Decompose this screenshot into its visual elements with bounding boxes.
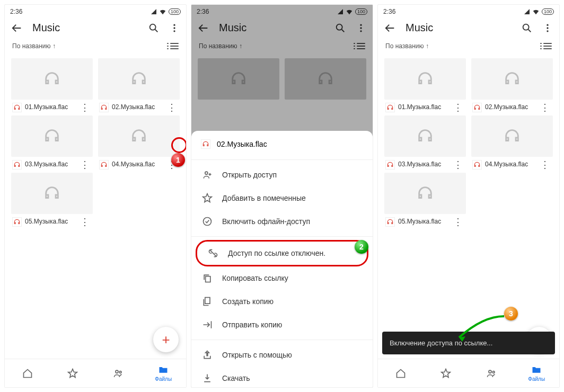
sheet-offline[interactable]: Включить офлайн-доступ [191, 210, 373, 233]
back-icon[interactable] [384, 22, 396, 34]
sheet-item-label: Открыть доступ [222, 171, 277, 179]
battery-indicator: 100 [169, 8, 181, 15]
file-tile[interactable]: 03.Музыка.flac⋮ [11, 115, 93, 170]
audio-badge-icon [99, 160, 109, 170]
audio-badge-icon [12, 103, 22, 112]
file-tile[interactable]: 01.Музыка.flac⋮ [384, 58, 466, 112]
annotation-callout-1: 1 [171, 153, 185, 167]
file-tile[interactable]: 04.Музыка.flac⋮ [98, 115, 180, 170]
file-tile[interactable]: 01.Музыка.flac⋮ [11, 58, 93, 112]
divider [191, 236, 373, 237]
sheet-item-label: Создать копию [222, 297, 274, 306]
nav-files[interactable]: Файлы [514, 359, 560, 387]
nav-starred[interactable] [50, 359, 96, 387]
svg-point-1 [173, 24, 175, 25]
person-add-icon [202, 170, 213, 180]
file-tile[interactable]: 05.Музыка.flac⋮ [384, 173, 466, 227]
audio-badge-icon [385, 160, 395, 170]
svg-point-0 [150, 24, 156, 30]
fab-new[interactable]: + [153, 327, 179, 352]
sheet-download[interactable]: Скачать [191, 367, 373, 387]
file-thumb [98, 58, 180, 100]
file-more-icon[interactable]: ⋮ [451, 160, 465, 170]
headphones-icon [503, 127, 521, 145]
file-name: 01.Музыка.flac [25, 104, 75, 111]
search-icon[interactable] [521, 22, 533, 34]
svg-point-4 [116, 370, 118, 373]
sheet-header: 02.Музыка.flac [191, 131, 373, 156]
headphones-icon [43, 70, 61, 88]
back-icon[interactable] [11, 22, 23, 34]
svg-point-10 [205, 172, 208, 174]
bottom-nav: Файлы [5, 359, 186, 387]
nav-home[interactable] [378, 359, 424, 387]
status-time: 2:36 [10, 8, 22, 15]
audio-badge-icon [472, 160, 482, 170]
file-more-icon[interactable]: ⋮ [538, 103, 552, 112]
nav-home[interactable] [5, 359, 50, 387]
view-toggle-icon[interactable] [543, 43, 552, 49]
sheet-title: 02.Музыка.flac [217, 140, 267, 148]
bottom-nav: Файлы [378, 359, 559, 387]
sort-label[interactable]: По названию ↑ [12, 42, 56, 50]
file-tile[interactable]: 04.Музыка.flac⋮ [471, 115, 553, 170]
sheet-item-label: Доступ по ссылке отключен. [228, 249, 325, 257]
file-name: 02.Музыка.flac [485, 104, 535, 111]
file-tile[interactable]: 02.Музыка.flac⋮ [471, 58, 553, 112]
sheet-openwith[interactable]: Открыть с помощью [191, 343, 373, 367]
file-tile[interactable]: 03.Музыка.flac⋮ [384, 115, 466, 170]
file-name: 05.Музыка.flac [25, 218, 75, 226]
file-tile[interactable]: 05.Музыка.flac⋮ [11, 173, 93, 227]
more-icon[interactable] [542, 23, 553, 33]
sort-label[interactable]: По названию ↑ [385, 42, 429, 50]
file-more-icon[interactable]: ⋮ [78, 217, 92, 227]
status-time: 2:36 [383, 8, 395, 15]
audio-badge-icon [99, 103, 109, 112]
page-title: Music [406, 22, 512, 34]
star-icon [202, 193, 213, 203]
sheet-makecopy[interactable]: Создать копию [191, 290, 373, 313]
sheet-link-access[interactable]: Доступ по ссылке отключен. [196, 240, 368, 266]
svg-point-5 [119, 371, 121, 373]
file-more-icon[interactable]: ⋮ [451, 217, 465, 227]
view-toggle-icon[interactable] [170, 43, 179, 49]
file-more-icon[interactable]: ⋮ [538, 160, 552, 170]
signal-icon [151, 8, 157, 15]
headphones-icon [43, 127, 61, 145]
nav-shared[interactable] [469, 359, 514, 387]
svg-rect-13 [205, 298, 210, 304]
link-off-icon [208, 248, 218, 259]
sheet-star[interactable]: Добавить в помеченные [191, 186, 373, 210]
file-more-icon[interactable]: ⋮ [451, 103, 465, 112]
sheet-send[interactable]: Отправить копию [191, 313, 373, 336]
sheet-share[interactable]: Открыть доступ [191, 163, 373, 186]
sort-bar: По названию ↑ [378, 39, 559, 54]
nav-files-label: Файлы [155, 376, 172, 382]
app-bar: Music [378, 16, 559, 39]
audio-badge-icon [472, 103, 482, 112]
sheet-item-label: Копировать ссылку [222, 274, 288, 282]
divider [191, 340, 373, 340]
file-more-icon[interactable]: ⋮ [165, 103, 179, 112]
sort-bar: По названию ↑ [5, 39, 186, 54]
file-more-icon[interactable]: ⋮ [78, 160, 92, 170]
svg-point-14 [523, 24, 529, 30]
home-icon [395, 368, 406, 379]
file-more-icon[interactable]: ⋮ [78, 103, 92, 112]
signal-icon [524, 8, 530, 15]
sheet-copylink[interactable]: Копировать ссылку [191, 266, 373, 290]
nav-starred[interactable] [424, 359, 469, 387]
folder-icon [158, 364, 169, 375]
more-icon[interactable] [169, 23, 180, 33]
audio-badge-icon [201, 139, 210, 149]
nav-files[interactable]: Файлы [141, 359, 187, 387]
nav-shared[interactable] [95, 359, 141, 387]
search-icon[interactable] [148, 22, 160, 34]
annotation-ring-1 [171, 137, 187, 153]
phone-screen-2: 2:36 100 Music По названию ↑ 02.Музыка.f… [191, 4, 373, 388]
file-name: 05.Музыка.flac [398, 218, 448, 226]
status-right: 100 [524, 8, 554, 15]
file-tile[interactable]: 02.Музыка.flac⋮ [98, 58, 180, 112]
file-thumb [98, 115, 180, 157]
sheet-item-label: Добавить в помеченные [222, 194, 306, 202]
